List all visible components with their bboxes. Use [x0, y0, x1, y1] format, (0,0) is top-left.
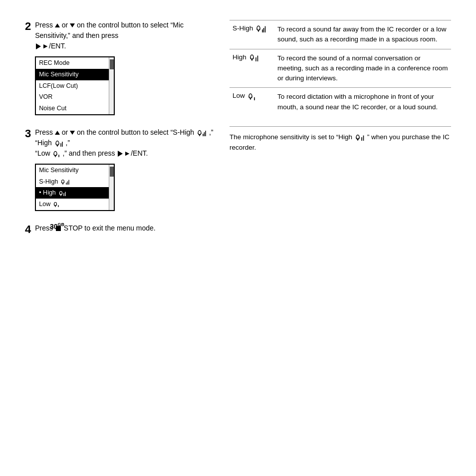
table-row-high: High — [230, 49, 451, 88]
menu1-item-4: Noise Cut — [36, 103, 114, 114]
shigh-desc-cell: To record a sound far away from the IC r… — [274, 20, 451, 49]
shigh-description: To record a sound far away from the IC r… — [277, 25, 446, 43]
step-2-text: Press or on the control button to select… — [35, 20, 215, 115]
menu1-item-1: Mic Sensitivity — [36, 69, 114, 80]
step3-play-icon — [118, 151, 123, 157]
arrow-down-icon — [70, 23, 75, 27]
step-4-rest: to exit the menu mode. — [84, 224, 155, 232]
shigh-label-cell: S-High — [230, 20, 274, 49]
low-table-mic-icon — [247, 92, 256, 100]
low-mic-icon — [52, 150, 60, 157]
sensitivity-table: S-High — [230, 20, 451, 116]
step-3-ent: ►/ENT. — [124, 149, 148, 157]
step3-arrow-up-icon — [55, 131, 60, 135]
menu2-item-0: S-High — [36, 176, 114, 188]
high-mic-icon — [54, 140, 64, 147]
arrow-up-icon — [55, 23, 60, 27]
menu2-item-2: Low — [36, 199, 114, 210]
menu2-low-mic-icon — [52, 201, 60, 207]
low-label-cell: Low — [230, 88, 274, 116]
menu1-item-2: LCF(Low Cut) — [36, 80, 114, 92]
step-2-paragraph: Press or on the control button to select… — [35, 20, 215, 51]
s-high-mic-icon — [196, 129, 207, 136]
page-layout: 2 Press or on the control button to sele… — [25, 20, 451, 245]
footer-high-mic-icon — [354, 134, 365, 141]
step-3-paragraph: Press or on the control button to select… — [35, 127, 215, 159]
step-3-low: “Low — [35, 149, 52, 157]
step-4-number: 4 — [25, 223, 31, 236]
high-description: To record the sound of a normal conversa… — [277, 54, 448, 82]
menu2-scrollbar-thumb — [110, 167, 114, 177]
step-3: 3 Press or on the control button to sele… — [25, 127, 215, 211]
menu-box-1: REC Mode Mic Sensitivity LCF(Low Cut) VO… — [35, 56, 115, 115]
menu-box-2: Mic Sensitivity S-High — [35, 164, 115, 211]
play-ent-icon — [36, 43, 41, 49]
step-2-ent: ►/ENT. — [42, 42, 66, 50]
high-table-mic-icon — [248, 53, 259, 61]
step-2: 2 Press or on the control button to sele… — [25, 20, 215, 115]
step-3-rest2: ,” and then press — [62, 149, 115, 157]
step-3-number: 3 — [25, 127, 31, 140]
step-3-comma2: ,” — [66, 139, 70, 147]
menu1-item-3: VOR — [36, 91, 114, 103]
step-3-rest1: on the control button to select “S-High — [77, 128, 196, 136]
left-column: 2 Press or on the control button to sele… — [25, 20, 215, 245]
page-number: 30GB — [50, 222, 64, 231]
low-description: To record dictation with a microphone in… — [277, 93, 438, 110]
table-row-low: Low To record dicta — [230, 88, 451, 116]
step-3-text: Press or on the control button to select… — [35, 127, 215, 211]
step-2-or: or — [62, 21, 70, 29]
high-desc-cell: To record the sound of a normal conversa… — [274, 49, 451, 88]
shigh-table-mic-icon — [255, 24, 267, 32]
menu2-high-mic-icon — [58, 190, 67, 196]
menu1-scrollbar-thumb — [110, 59, 114, 69]
menu2-shigh-mic-icon — [60, 179, 71, 185]
step3-arrow-down-icon — [70, 131, 75, 135]
step-2-number: 2 — [25, 20, 31, 33]
step-2-press: Press — [35, 21, 53, 29]
step-3-press: Press — [35, 128, 53, 136]
menu1-scrollbar — [109, 57, 114, 114]
low-desc-cell: To record dictation with a microphone in… — [274, 88, 451, 116]
menu2-title: Mic Sensitivity — [36, 165, 114, 176]
step-4-stop: STOP — [64, 224, 83, 232]
footer-note: The microphone sensitivity is set to “Hi… — [230, 126, 451, 153]
step-3-or: or — [62, 128, 70, 136]
high-label-cell: High — [230, 49, 274, 88]
right-column: S-High — [230, 20, 451, 245]
menu1-item-0: REC Mode — [36, 57, 114, 69]
menu2-item-1: • High — [36, 187, 114, 199]
menu2-scrollbar — [109, 165, 114, 210]
footer-text1: The microphone sensitivity is set to “Hi… — [230, 133, 352, 141]
table-row-shigh: S-High — [230, 20, 451, 49]
high-label: High — [233, 53, 248, 61]
low-label: Low — [233, 92, 247, 99]
shigh-label: S-High — [233, 24, 255, 32]
